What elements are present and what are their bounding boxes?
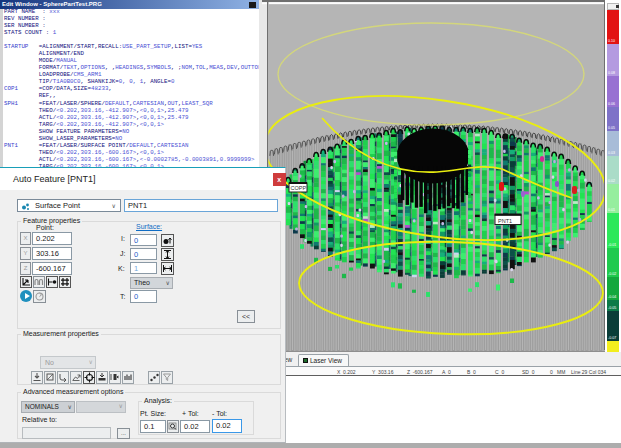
svg-text:PNT1: PNT1	[498, 218, 512, 224]
svg-text:COPP: COPP	[291, 185, 307, 191]
